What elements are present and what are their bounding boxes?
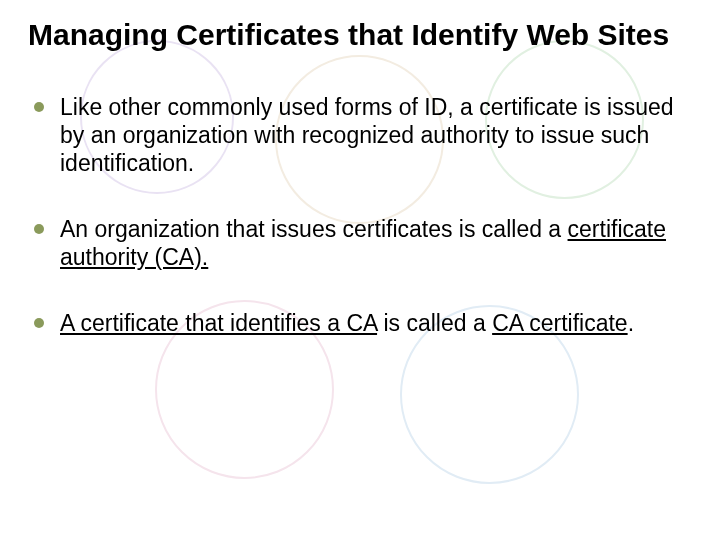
slide: Managing Certificates that Identify Web … [0, 0, 720, 540]
body-text: . [628, 310, 634, 336]
bullet-list: Like other commonly used forms of ID, a … [28, 93, 680, 337]
bullet-item: An organization that issues certificates… [28, 215, 680, 271]
underlined-text: A certificate that identifies a CA [60, 310, 377, 336]
body-text: An organization that issues certificates… [60, 216, 568, 242]
body-text: is called a [377, 310, 492, 336]
bullet-item: Like other commonly used forms of ID, a … [28, 93, 680, 177]
body-text: Like other commonly used forms of ID, a … [60, 94, 674, 176]
bullet-item: A certificate that identifies a CA is ca… [28, 309, 680, 337]
slide-title: Managing Certificates that Identify Web … [28, 18, 680, 53]
underlined-text: CA certificate [492, 310, 628, 336]
